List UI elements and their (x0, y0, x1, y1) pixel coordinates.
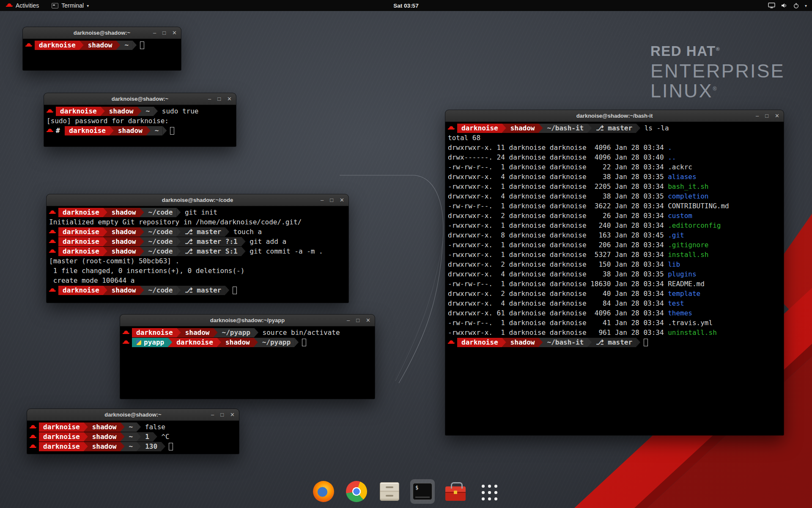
terminal-window-bash-it[interactable]: darknoise@shadow:~/bash-it – □ ✕ darknoi… (445, 110, 784, 435)
prompt-segment: ⎇ master (592, 338, 636, 347)
prompt-line: darknoiseshadow~ sudo true (47, 106, 233, 116)
maximize-button[interactable]: □ (217, 96, 221, 102)
prompt-line: darknoiseshadow~/bash-it⎇ master (448, 337, 781, 347)
file-meta: drwxrwxr-x. 4 darknoise darknoise 84 Jan… (448, 299, 668, 307)
powerline-triangle (217, 338, 221, 347)
file-meta: -rwxrwxr-x. 1 darknoise darknoise 240 Ja… (448, 221, 668, 229)
dock-toolbox[interactable] (443, 479, 468, 504)
dock-chrome[interactable] (344, 479, 369, 504)
titlebar[interactable]: darknoise@shadow:~ – □ ✕ (27, 409, 239, 421)
close-button[interactable]: ✕ (172, 30, 177, 36)
maximize-button[interactable]: □ (220, 412, 224, 417)
prompt-segment: shadow (84, 41, 116, 50)
prompt-line: darknoiseshadow~ false (30, 422, 236, 432)
terminal-window-home-small[interactable]: darknoise@shadow:~ – □ ✕ darknoiseshadow… (23, 27, 181, 70)
maximize-button[interactable]: □ (765, 113, 768, 119)
command-text: touch a (229, 228, 262, 236)
close-button[interactable]: ✕ (366, 318, 370, 323)
close-button[interactable]: ✕ (775, 113, 779, 119)
minimize-button[interactable]: – (347, 318, 350, 323)
brand-redhat: RED HAT® (650, 43, 785, 59)
app-menu-terminal[interactable]: Terminal ▾ (49, 0, 91, 11)
powerline-separator (176, 208, 181, 217)
file-meta: drwxrwxr-x. 11 darknoise darknoise 4096 … (448, 144, 668, 152)
terminal-window-home-bottom[interactable]: darknoise@shadow:~ – □ ✕ darknoiseshadow… (27, 409, 239, 454)
redhat-prompt-icon (448, 340, 455, 345)
prompt-segment: darknoise (58, 247, 103, 256)
file-meta: -rw-rw-r--. 1 darknoise darknoise 41 Jan… (448, 319, 668, 327)
window-title: darknoise@shadow:~/bash-it (576, 113, 653, 119)
maximize-button[interactable]: □ (330, 197, 333, 203)
dock-show-apps[interactable] (476, 479, 501, 504)
terminal-content[interactable]: darknoiseshadow~ falsedarknoiseshadow~1 … (27, 421, 239, 454)
redhat-prompt-icon (123, 340, 129, 345)
terminal-content[interactable]: darknoiseshadow~ sudo true[sudo] passwor… (44, 105, 236, 146)
terminal-content[interactable]: darknoiseshadow~/bash-it⎇ master ls -lat… (445, 122, 784, 435)
powerline-separator (176, 247, 181, 256)
maximize-button[interactable]: □ (162, 30, 166, 36)
prompt-segment: darknoise (457, 124, 502, 133)
terminal-cursor (644, 339, 648, 346)
powerline-separator (121, 432, 125, 442)
dock-files[interactable] (377, 479, 402, 504)
system-status-area[interactable]: ▾ (768, 3, 812, 9)
output-line: drwxrwxr-x. 2 darknoise darknoise 150 Ja… (448, 260, 781, 269)
output-text: 1 file changed, 0 insertions(+), 0 delet… (49, 267, 244, 275)
terminal-content[interactable]: darknoiseshadow~ (23, 39, 181, 70)
powerline-separator (137, 422, 141, 432)
dock: $ (306, 476, 506, 508)
minimize-button[interactable]: – (208, 96, 211, 102)
prompt-segment: ⎇ master (181, 286, 225, 295)
powerline-triangle (80, 41, 84, 50)
command-text: ls -la (640, 124, 669, 132)
dock-terminal[interactable]: $ (410, 479, 435, 504)
app-menu-label: Terminal (61, 2, 84, 9)
redhat-prompt-icon (123, 330, 129, 335)
powerline-separator (587, 124, 592, 133)
prompt-line: darknoiseshadow~/pyapp source bin/activa… (123, 328, 372, 337)
powerline-separator (121, 442, 125, 451)
close-button[interactable]: ✕ (230, 412, 235, 417)
minimize-button[interactable]: – (321, 197, 324, 203)
powerline-triangle (587, 124, 592, 133)
redhat-prompt-icon (30, 434, 36, 439)
activities-button[interactable]: Activities (3, 0, 41, 11)
close-button[interactable]: ✕ (227, 96, 232, 102)
titlebar[interactable]: darknoise@shadow:~ – □ ✕ (23, 27, 181, 39)
minimize-button[interactable]: – (153, 30, 156, 36)
powerline-separator (177, 328, 181, 337)
prompt-segment: shadow (181, 328, 214, 337)
close-button[interactable]: ✕ (340, 197, 344, 203)
terminal-content[interactable]: darknoiseshadow~/code git initInitialize… (47, 206, 348, 303)
prompt-segment: shadow (506, 338, 539, 347)
prompt-segment: darknoise (58, 227, 103, 237)
terminal-content[interactable]: darknoiseshadow~/pyapp source bin/activa… (120, 326, 375, 399)
dock-firefox[interactable] (311, 479, 336, 504)
file-name: test (668, 299, 684, 307)
terminal-window-sudo[interactable]: darknoise@shadow:~ – □ ✕ darknoiseshadow… (44, 93, 236, 146)
titlebar[interactable]: darknoise@shadow:~/pyapp – □ ✕ (120, 315, 375, 326)
prompt-segment: ~ (125, 442, 137, 451)
powerline-triangle (137, 432, 141, 442)
prompt-segment: shadow (105, 107, 137, 116)
powerline-triangle (140, 247, 144, 256)
maximize-button[interactable]: □ (356, 318, 359, 323)
prompt-segment: ⎇ master ?:1 (181, 237, 241, 246)
powerline-separator (225, 286, 229, 295)
powerline-separator (146, 126, 151, 135)
terminal-window-pyapp[interactable]: darknoise@shadow:~/pyapp – □ ✕ darknoise… (120, 315, 375, 399)
minimize-button[interactable]: – (211, 412, 214, 417)
powerline-triangle (132, 41, 137, 50)
file-name: install.sh (668, 251, 708, 259)
titlebar[interactable]: darknoise@shadow:~/bash-it – □ ✕ (445, 110, 784, 122)
powerline-triangle (176, 237, 181, 246)
titlebar[interactable]: darknoise@shadow:~ – □ ✕ (44, 93, 236, 105)
clock[interactable]: Sat 03:57 (393, 3, 418, 9)
powerline-triangle (137, 107, 142, 116)
titlebar[interactable]: darknoise@shadow:~/code – □ ✕ (47, 194, 348, 206)
file-name: aliases (668, 173, 696, 181)
brand-linux: LINUX® (650, 81, 785, 101)
prompt-segment: ⎇ master (592, 124, 636, 133)
minimize-button[interactable]: – (756, 113, 759, 119)
terminal-window-code[interactable]: darknoise@shadow:~/code – □ ✕ darknoises… (47, 194, 348, 303)
